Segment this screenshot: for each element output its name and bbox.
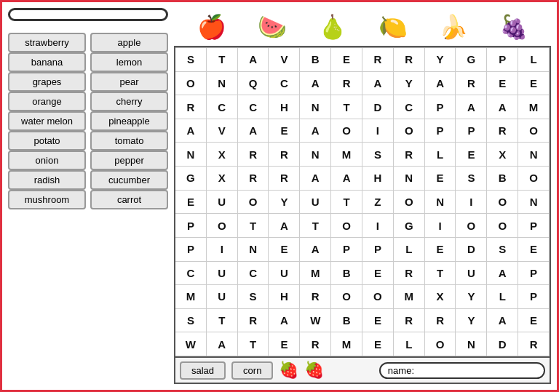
grid-cell: I <box>425 214 456 238</box>
word-button[interactable]: radish <box>8 170 86 190</box>
word-grid: STAVBERRYGPLONQCARAYAREERCCHNTDCPAAMAVAE… <box>175 47 550 356</box>
word-button[interactable]: banana <box>8 52 86 72</box>
grid-cell: A <box>425 72 456 96</box>
grid-cell: R <box>362 48 394 72</box>
grid-cell: D <box>456 238 487 262</box>
word-button[interactable]: pepper <box>90 151 168 170</box>
grid-cell: B <box>487 167 518 191</box>
grid-cell: Y <box>425 48 456 72</box>
grid-cell: P <box>487 48 518 72</box>
grid-cell: T <box>238 332 269 356</box>
grid-cell: S <box>175 309 207 333</box>
word-button[interactable]: apple <box>90 33 168 52</box>
grid-cell: G <box>456 48 487 72</box>
grid-cell: S <box>175 48 207 72</box>
grid-cell: T <box>331 95 362 119</box>
grid-cell: T <box>207 48 238 72</box>
word-button[interactable]: cherry <box>90 92 168 111</box>
grid-cell: R <box>518 332 550 356</box>
bottom-word-button[interactable]: salad <box>180 361 226 380</box>
grid-cell: R <box>425 309 456 333</box>
fruit-icon: 🍉 <box>258 15 287 39</box>
fruit-icon: 🍌 <box>439 15 468 39</box>
grid-cell: W <box>175 332 207 356</box>
word-button[interactable]: orange <box>8 92 86 111</box>
grid-cell: O <box>518 119 550 143</box>
word-button[interactable]: pineapple <box>90 111 168 131</box>
grid-cell: L <box>518 48 550 72</box>
bottom-fruit-icon: 🍓 <box>279 361 298 380</box>
word-row: bananalemon <box>8 52 168 72</box>
grid-cell: H <box>269 95 300 119</box>
grid-cell: R <box>300 332 331 356</box>
grid-cell: E <box>362 262 394 286</box>
bottom-fruit-icon: 🍓 <box>304 361 324 380</box>
grid-cell: N <box>518 143 550 167</box>
word-button[interactable]: cucumber <box>90 170 168 190</box>
word-button[interactable]: grapes <box>8 72 86 92</box>
grid-cell: T <box>300 214 331 238</box>
grid-cell: W <box>300 309 331 333</box>
grid-cell: R <box>487 119 518 143</box>
grid-cell: U <box>207 285 238 309</box>
grid-cell: I <box>456 191 487 215</box>
grid-cell: P <box>518 262 550 286</box>
grid-cell: M <box>518 95 550 119</box>
grid-cell: E <box>425 167 456 191</box>
word-button[interactable]: pear <box>90 72 168 92</box>
word-button[interactable]: strawberry <box>8 33 86 52</box>
word-button[interactable]: carrot <box>90 190 168 209</box>
grid-cell: N <box>175 143 207 167</box>
bottom-word-button[interactable]: corn <box>231 361 273 380</box>
grid-cell: A <box>269 309 300 333</box>
grid-cell: P <box>175 214 207 238</box>
grid-cell: R <box>269 167 300 191</box>
word-button[interactable]: lemon <box>90 52 168 72</box>
grid-cell: A <box>269 214 300 238</box>
grid-cell: E <box>269 119 300 143</box>
grid-cell: O <box>425 332 456 356</box>
word-button[interactable]: water melon <box>8 111 86 131</box>
grid-cell: R <box>394 309 425 333</box>
word-button[interactable]: mushroom <box>8 190 86 209</box>
word-row: onionpepper <box>8 151 168 170</box>
grid-cell: E <box>331 48 362 72</box>
grid-cell: C <box>394 95 425 119</box>
grid-cell: A <box>487 309 518 333</box>
grid-cell: I <box>362 119 394 143</box>
grid-cell: E <box>518 238 550 262</box>
grid-cell: R <box>394 262 425 286</box>
grid-cell: O <box>362 285 394 309</box>
grid-cell: R <box>238 309 269 333</box>
grid-cell: V <box>269 48 300 72</box>
word-button[interactable]: tomato <box>90 131 168 151</box>
grid-cell: P <box>425 119 456 143</box>
name-input[interactable] <box>414 365 536 376</box>
word-button[interactable]: potato <box>8 131 86 151</box>
grid-cell: E <box>487 72 518 96</box>
grid-cell: A <box>300 72 331 96</box>
grid-cell: R <box>394 143 425 167</box>
grid-cell: O <box>456 214 487 238</box>
grid-cell: D <box>487 332 518 356</box>
right-panel: 🍎🍉🍐🍋🍌🍇 STAVBERRYGPLONQCARAYAREERCCHNTDCP… <box>174 8 551 384</box>
fruit-icon: 🍋 <box>378 15 408 39</box>
grid-wrapper: STAVBERRYGPLONQCARAYAREERCCHNTDCPAAMAVAE… <box>174 46 551 384</box>
grid-cell: P <box>362 238 394 262</box>
grid-cell: C <box>269 72 300 96</box>
name-label: name: <box>379 362 545 379</box>
grid-cell: Z <box>362 191 394 215</box>
grid-cell: R <box>300 285 331 309</box>
word-button[interactable]: onion <box>8 151 86 170</box>
grid-cell: C <box>238 95 269 119</box>
grid-cell: R <box>456 72 487 96</box>
grid-cell: P <box>456 119 487 143</box>
grid-cell: U <box>207 262 238 286</box>
grid-cell: S <box>456 167 487 191</box>
grid-cell: P <box>331 238 362 262</box>
grid-cell: Q <box>238 72 269 96</box>
word-row: potatotomato <box>8 131 168 151</box>
grid-cell: Y <box>456 285 487 309</box>
grid-cell: A <box>362 72 394 96</box>
bottom-bar: saladcorn🍓🍓name: <box>175 356 550 383</box>
